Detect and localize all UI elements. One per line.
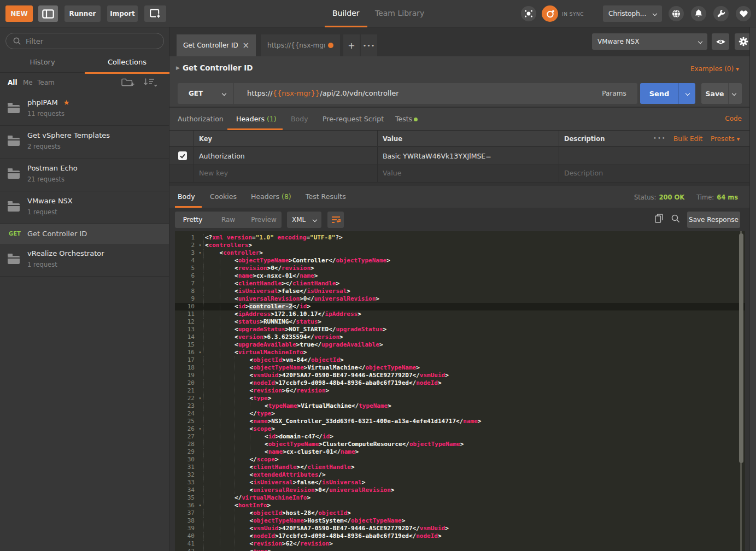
- sidebar-collection-item[interactable]: VMware NSX1 request: [0, 191, 169, 224]
- fold-arrow-icon[interactable]: [197, 509, 204, 517]
- sidebar-collection-item[interactable]: Get vSphere Templates2 requests: [0, 126, 169, 159]
- header-row-checkbox[interactable]: [178, 151, 187, 160]
- fold-arrow-icon[interactable]: [197, 448, 204, 456]
- response-tab-test-results[interactable]: Test Results: [306, 192, 346, 201]
- fold-arrow-icon[interactable]: [197, 379, 204, 387]
- fold-arrow-icon[interactable]: [197, 410, 204, 418]
- presets-dropdown[interactable]: Presets ▾: [711, 135, 740, 143]
- tab-history[interactable]: History: [0, 52, 85, 73]
- url-input[interactable]: https://{{nsx-mgr}}/api/2.0/vdn/controll…: [247, 83, 399, 104]
- community-button[interactable]: [669, 6, 684, 21]
- fold-arrow-icon[interactable]: [197, 548, 204, 551]
- sidebar-toggle-button[interactable]: [38, 5, 58, 22]
- response-tab-headers[interactable]: Headers (8): [251, 192, 291, 201]
- fold-arrow-icon[interactable]: [197, 310, 204, 318]
- fold-arrow-icon[interactable]: [197, 333, 204, 341]
- new-folder-button[interactable]: [121, 78, 134, 87]
- sort-button[interactable]: [143, 78, 159, 87]
- language-dropdown[interactable]: XML: [287, 212, 321, 228]
- fold-arrow-icon[interactable]: [197, 372, 204, 379]
- fold-arrow-icon[interactable]: ▾: [197, 395, 204, 402]
- new-window-button[interactable]: [144, 5, 166, 22]
- fold-arrow-icon[interactable]: ▾: [197, 425, 204, 433]
- response-tab-cookies[interactable]: Cookies: [210, 192, 237, 201]
- fold-arrow-icon[interactable]: ▾: [197, 502, 204, 509]
- fold-arrow-icon[interactable]: [197, 486, 204, 494]
- environment-selector[interactable]: VMware NSX: [592, 33, 707, 50]
- fold-arrow-icon[interactable]: [197, 257, 204, 265]
- sidebar-collection-item[interactable]: phpIPAM★11 requests: [0, 93, 169, 126]
- fold-arrow-icon[interactable]: [197, 326, 204, 333]
- new-key-input[interactable]: [199, 169, 308, 177]
- nav-builder[interactable]: Builder: [332, 0, 360, 27]
- tab-overflow-button[interactable]: •••: [361, 34, 377, 56]
- fold-arrow-icon[interactable]: [197, 494, 204, 502]
- environment-preview-button[interactable]: [712, 33, 729, 50]
- fold-arrow-icon[interactable]: [197, 295, 204, 303]
- settings-wrench-button[interactable]: [713, 6, 729, 21]
- fold-arrow-icon[interactable]: [197, 364, 204, 372]
- fold-arrow-icon[interactable]: [197, 303, 204, 310]
- sync-status-button[interactable]: [542, 5, 558, 22]
- fold-arrow-icon[interactable]: [197, 341, 204, 349]
- send-options-button[interactable]: [680, 83, 695, 104]
- scrollbar-thumb[interactable]: [739, 233, 743, 463]
- fold-arrow-icon[interactable]: [197, 234, 204, 242]
- mode-raw[interactable]: Raw: [210, 216, 246, 224]
- new-value-input[interactable]: [383, 169, 492, 177]
- tab-prerequest-script[interactable]: Pre-request Script: [323, 115, 384, 123]
- search-response-button[interactable]: [671, 214, 680, 223]
- fold-arrow-icon[interactable]: [197, 387, 204, 395]
- examples-dropdown[interactable]: Examples (0) ▾: [690, 65, 739, 73]
- code-link[interactable]: Code: [725, 115, 742, 122]
- fold-arrow-icon[interactable]: [197, 525, 204, 532]
- fold-arrow-icon[interactable]: [197, 464, 204, 471]
- sidebar-collection-item[interactable]: Postman Echo21 requests: [0, 159, 169, 191]
- header-value-cell[interactable]: Basic YWRtaW46Vk13YXJlMSE=: [383, 152, 491, 160]
- fold-arrow-icon[interactable]: [197, 356, 204, 364]
- favorites-button[interactable]: [736, 6, 751, 21]
- response-body-editor[interactable]: 1<?xml version="1.0" encoding="UTF-8"?>2…: [175, 231, 745, 551]
- user-menu[interactable]: Christoph...: [603, 5, 662, 22]
- fold-arrow-icon[interactable]: ▾: [197, 349, 204, 356]
- fold-arrow-icon[interactable]: [197, 265, 204, 272]
- filter-input[interactable]: [26, 37, 157, 45]
- save-button[interactable]: Save: [701, 83, 742, 104]
- open-tab-active[interactable]: Get Controller ID ×: [177, 34, 256, 56]
- fold-arrow-icon[interactable]: [197, 318, 204, 326]
- collapse-caret-icon[interactable]: ▶: [176, 65, 180, 71]
- wrap-text-button[interactable]: [327, 212, 344, 228]
- fold-arrow-icon[interactable]: [197, 441, 204, 448]
- fold-arrow-icon[interactable]: [197, 418, 204, 425]
- open-tab-second[interactable]: https://{{nsx-mgr}}/ap: [261, 34, 340, 56]
- fold-arrow-icon[interactable]: [197, 402, 204, 410]
- fold-arrow-icon[interactable]: ▾: [197, 242, 204, 249]
- fold-arrow-icon[interactable]: [197, 456, 204, 464]
- fold-arrow-icon[interactable]: [197, 479, 204, 486]
- scope-me[interactable]: Me: [23, 79, 33, 86]
- copy-button[interactable]: [655, 214, 663, 223]
- mode-pretty[interactable]: Pretty: [175, 216, 210, 224]
- scope-all[interactable]: All: [8, 79, 17, 86]
- scope-team[interactable]: Team: [37, 79, 55, 86]
- fold-arrow-icon[interactable]: [197, 532, 204, 540]
- fold-arrow-icon[interactable]: [197, 272, 204, 280]
- fold-arrow-icon[interactable]: ▾: [197, 249, 204, 257]
- tab-body[interactable]: Body: [291, 115, 308, 123]
- new-tab-button[interactable]: +: [343, 34, 360, 56]
- fold-arrow-icon[interactable]: [197, 288, 204, 295]
- tab-tests[interactable]: Tests: [395, 115, 412, 123]
- fold-arrow-icon[interactable]: [197, 540, 204, 548]
- header-key-cell[interactable]: Authorization: [199, 152, 245, 160]
- mode-preview[interactable]: Preview: [246, 216, 282, 224]
- new-button[interactable]: NEW: [5, 5, 33, 22]
- fold-arrow-icon[interactable]: [197, 517, 204, 525]
- fold-arrow-icon[interactable]: [197, 433, 204, 441]
- table-more-button[interactable]: •••: [653, 135, 666, 141]
- close-icon[interactable]: ×: [242, 42, 249, 50]
- save-options-button[interactable]: [726, 83, 742, 104]
- response-tab-body[interactable]: Body: [178, 192, 195, 201]
- tab-headers[interactable]: Headers (1): [236, 115, 277, 123]
- nav-team-library[interactable]: Team Library: [375, 0, 424, 27]
- fold-arrow-icon[interactable]: [197, 280, 204, 288]
